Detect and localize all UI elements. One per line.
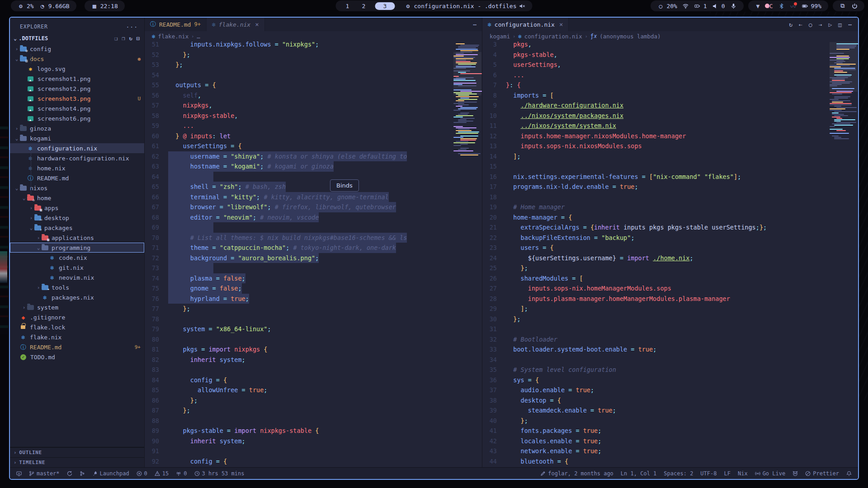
nav-forward-icon[interactable]: ⇢: [819, 21, 822, 28]
status-graph[interactable]: [80, 471, 85, 476]
tree-item-docs[interactable]: ⌄▤docs●: [10, 54, 144, 64]
workspace-2[interactable]: 2: [359, 3, 369, 9]
tree-item-readme.md[interactable]: ⓘREADME.md: [10, 173, 144, 183]
tree-item-apps[interactable]: ›▦apps: [10, 203, 144, 213]
refresh-icon[interactable]: ↻: [129, 35, 132, 42]
history-icon[interactable]: ↻: [789, 21, 793, 28]
tree-item-logo.svg[interactable]: ✱logo.svg: [10, 64, 144, 74]
chevron-right-icon[interactable]: ›: [35, 285, 42, 291]
status-remote[interactable]: [16, 471, 22, 476]
close-icon[interactable]: ×: [559, 21, 563, 28]
tree-item-screenshot4.png[interactable]: screenshot4.png: [10, 103, 144, 113]
status-sync[interactable]: [67, 471, 72, 476]
mouse-tray-icon[interactable]: 〰: [790, 3, 797, 9]
chevron-down-icon[interactable]: ⌄: [21, 195, 27, 201]
workspace-switcher[interactable]: 123: [343, 2, 395, 10]
timeline-section[interactable]: ›TIMELINE: [10, 457, 144, 467]
bluetooth-icon[interactable]: [778, 3, 785, 9]
tree-item-flake.nix[interactable]: ❄flake.nix: [10, 332, 144, 342]
app-tray-icon[interactable]: 🯅C: [767, 3, 773, 9]
more-actions-icon[interactable]: ⋯: [848, 21, 852, 28]
status-spaces-2[interactable]: Spaces: 2: [664, 470, 693, 477]
explorer-more-actions[interactable]: ···: [126, 23, 138, 30]
status-0[interactable]: 0: [176, 470, 187, 477]
mic-indicator[interactable]: [731, 3, 737, 9]
tree-item-readme.md[interactable]: ⓘREADME.md9+: [10, 342, 144, 352]
status-15[interactable]: 15: [155, 470, 169, 477]
tree-item-home.nix[interactable]: ❄home.nix: [10, 163, 144, 173]
nav-dot-icon[interactable]: ○: [809, 21, 812, 28]
chevron-down-icon[interactable]: ⌄: [35, 245, 42, 251]
power-icon[interactable]: [851, 3, 858, 9]
chevron-right-icon[interactable]: ›: [28, 215, 34, 221]
minimap-slider[interactable]: [453, 52, 481, 95]
new-folder-icon[interactable]: ❐: [122, 35, 125, 42]
more-actions-icon[interactable]: ⋯: [467, 18, 482, 31]
tab-flake.nix[interactable]: ❄flake.nix×: [207, 18, 265, 31]
tree-item-screenshot6.png[interactable]: screenshot6.png: [10, 113, 144, 123]
tree-item-neovim.nix[interactable]: ❄neovim.nix: [10, 272, 144, 282]
status-lf[interactable]: LF: [724, 470, 730, 477]
collapse-icon[interactable]: ⊟: [137, 35, 140, 42]
tree-item-todo.md[interactable]: ✓TODO.md: [10, 352, 144, 362]
code-editor[interactable]: 3 pkgs,4 pkgs-stable,5 userSettings,6 ..…: [482, 41, 858, 467]
split-editor-icon[interactable]: ◫: [838, 21, 842, 28]
status-master-[interactable]: master*: [29, 470, 60, 477]
tree-item-screenshot3.png[interactable]: screenshot3.pngU: [10, 94, 144, 103]
chevron-down-icon[interactable]: ⌄: [14, 136, 20, 141]
wifi-indicator[interactable]: [683, 3, 689, 9]
status-nix[interactable]: Nix: [738, 470, 748, 477]
tab-configuration.nix[interactable]: ❄configuration.nix×: [482, 18, 569, 31]
status-bell[interactable]: [846, 471, 852, 476]
minimap[interactable]: [830, 42, 858, 140]
tree-item-ginoza[interactable]: ›ginoza: [10, 123, 144, 133]
run-file-icon[interactable]: ▷: [829, 21, 832, 28]
workspace-1[interactable]: 1: [343, 3, 353, 9]
volume-indicator[interactable]: 0: [712, 3, 725, 9]
code-editor[interactable]: 51 inputs.nixpkgs.follows = "nixpkgs";52…: [145, 41, 482, 467]
new-file-icon[interactable]: ❏: [114, 35, 118, 42]
tree-item-screenshot2.png[interactable]: screenshot2.png: [10, 84, 144, 94]
chevron-right-icon[interactable]: ›: [14, 126, 20, 131]
breadcrumb[interactable]: kogami›❄configuration.nix›ƒ𝑥(anonymous l…: [482, 31, 858, 41]
tree-item-packages.nix[interactable]: ❄packages.nix: [10, 292, 144, 302]
breadcrumb[interactable]: ❄flake.nix›…: [145, 31, 482, 41]
tree-item-git.nix[interactable]: ❄git.nix: [10, 263, 144, 272]
breadcrumb-item[interactable]: kogami: [490, 33, 510, 40]
screenshot-icon[interactable]: ⧉: [840, 3, 846, 9]
status-3-hrs-53-mins[interactable]: 3 hrs 53 mins: [194, 470, 245, 477]
chevron-right-icon[interactable]: ›: [21, 305, 27, 310]
breadcrumb-item[interactable]: (anonymous lambda): [599, 33, 660, 40]
tree-item-configuration.nix[interactable]: ❄configuration.nix: [10, 143, 144, 153]
tab-readme.md[interactable]: ⓘREADME.md9+: [145, 18, 207, 31]
tree-item-system[interactable]: ›system: [10, 302, 144, 312]
nav-back-icon[interactable]: ⇠: [799, 21, 802, 28]
tree-item-packages[interactable]: ⌄↑packages: [10, 223, 144, 233]
tree-item-config[interactable]: ›⚙config: [10, 44, 144, 54]
status-foglar-2-months-ago[interactable]: foglar, 2 months ago: [540, 470, 613, 477]
status-face[interactable]: [793, 471, 798, 476]
outline-section[interactable]: ›OUTLINE: [10, 447, 144, 457]
tree-item-applications[interactable]: ›▦applications: [10, 233, 144, 243]
tree-item-desktop[interactable]: ›▭desktop: [10, 213, 144, 223]
chevron-down-icon[interactable]: ⌄: [14, 185, 20, 191]
breadcrumb-item[interactable]: configuration.nix: [524, 33, 582, 40]
status-prettier[interactable]: Prettier: [805, 470, 839, 477]
workspace-root-row[interactable]: ⌄ .DOTFILES ❏❐↻⊟: [10, 33, 144, 44]
status-utf-8[interactable]: UTF-8: [700, 470, 717, 477]
chevron-down-icon[interactable]: ⌄: [14, 56, 20, 62]
tree-item-hardware-configuration.nix[interactable]: ❄hardware-configuration.nix: [10, 153, 144, 163]
tree-item-kogami[interactable]: ⌄kogami: [10, 133, 144, 143]
workspace-3[interactable]: 3: [375, 2, 395, 10]
chevron-down-icon[interactable]: ⌄: [28, 225, 34, 231]
chevron-right-icon[interactable]: ›: [14, 46, 20, 52]
chevron-right-icon[interactable]: ›: [35, 235, 42, 241]
minimap[interactable]: [453, 42, 481, 159]
status-go-live[interactable]: Go Live: [755, 470, 786, 477]
tree-item-screenshot1.png[interactable]: screenshot1.png: [10, 74, 144, 84]
mute-icon[interactable]: [519, 3, 525, 9]
status-ln-1-col-1[interactable]: Ln 1, Col 1: [621, 470, 656, 477]
close-icon[interactable]: ×: [255, 21, 259, 28]
breadcrumb-item[interactable]: flake.nix: [158, 33, 189, 40]
vpn-shield-icon[interactable]: ▼: [755, 3, 761, 9]
